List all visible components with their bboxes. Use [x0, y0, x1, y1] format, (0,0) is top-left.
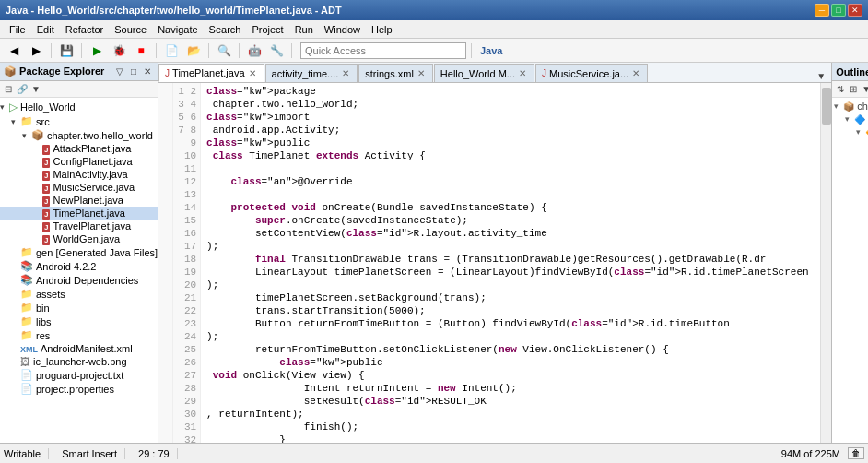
outline-content[interactable]: ▾📦chapter.two.hello_world▾🔷TimePlanet▾🔶o…: [832, 98, 868, 443]
tab-close-icon[interactable]: ✕: [519, 68, 526, 78]
minimize-button[interactable]: ─: [815, 4, 829, 17]
pe-link-btn[interactable]: 🔗: [16, 83, 29, 96]
toolbar-run-btn[interactable]: ▶: [87, 42, 107, 60]
toolbar-debug-btn[interactable]: 🐞: [109, 42, 129, 60]
outline-panel: Outline ▽ □ ✕ ⇅ ⊞ ▼ ▾📦chapter.two.hello_…: [831, 63, 868, 443]
toolbar-new-btn[interactable]: 📄: [161, 42, 182, 60]
status-writable: Writable: [4, 448, 49, 459]
pe-tree-item[interactable]: 🖼ic_launcher-web.png: [0, 355, 158, 368]
menu-source[interactable]: Source: [109, 23, 152, 36]
pe-tree-item[interactable]: XMLAndroidManifest.xml: [0, 342, 158, 355]
pe-tree-item[interactable]: 📁bin: [0, 301, 158, 315]
pe-tree-item[interactable]: JMainActivity.java: [0, 168, 158, 181]
menu-help[interactable]: Help: [366, 23, 398, 36]
status-gc-btn[interactable]: 🗑: [848, 447, 864, 459]
editor-tab[interactable]: JTimePlanet.java✕: [158, 64, 264, 82]
menu-file[interactable]: File: [4, 23, 31, 36]
pe-tree-item[interactable]: JWorldGen.java: [0, 232, 158, 245]
status-right: 94M of 225M 🗑: [781, 447, 864, 459]
tab-close-icon[interactable]: ✕: [632, 68, 639, 78]
toolbar-sep-6: [291, 43, 292, 58]
editor-tabs-menu-btn[interactable]: ▼: [815, 69, 827, 82]
toolbar-back-btn[interactable]: ◀: [4, 42, 24, 60]
toolbar-sep-1: [51, 43, 52, 58]
pe-tree-item[interactable]: 📁libs: [0, 315, 158, 328]
menu-navigate[interactable]: Navigate: [152, 23, 203, 36]
menu-edit[interactable]: Edit: [31, 23, 60, 36]
scrollbar-thumb[interactable]: [822, 88, 831, 125]
toolbar-search-btn[interactable]: 🔍: [214, 42, 234, 60]
pe-tree-item[interactable]: 📁res: [0, 328, 158, 342]
pe-minimize-btn[interactable]: ▽: [113, 65, 126, 78]
toolbar-sep-3: [156, 43, 157, 58]
code-editor[interactable]: class="kw">package chapter.two.hello_wor…: [201, 83, 820, 443]
status-position: 29 : 79: [138, 448, 178, 459]
code-gutter: [158, 83, 173, 443]
editor-tab[interactable]: activity_time....✕: [265, 64, 358, 82]
editor-tab[interactable]: Hello_World M...✕: [434, 64, 534, 82]
tab-label: activity_time....: [272, 68, 339, 79]
pe-tree-item[interactable]: 📄project.properties: [0, 382, 158, 396]
editor-scrollbar[interactable]: [820, 83, 831, 443]
outline-menu-btn[interactable]: ▼: [860, 83, 868, 96]
outline-item[interactable]: 🔶onClick(View) : void: [832, 151, 868, 164]
outline-filter-btn[interactable]: ⊞: [847, 83, 860, 96]
menu-project[interactable]: Project: [246, 23, 288, 36]
outline-item[interactable]: ◇new OnClickListener() {...}: [832, 190, 868, 203]
tab-label: MusicService.ja...: [549, 68, 628, 79]
toolbar-open-btn[interactable]: 📂: [183, 42, 204, 60]
outline-item[interactable]: 🔶onClick(View) : void: [832, 203, 868, 216]
pe-tree-item[interactable]: ▾📦chapter.two.hello_world: [0, 128, 158, 142]
tab-label: strings.xml: [365, 68, 414, 79]
outline-item[interactable]: ▾🔶onCreate(Bundle) : void: [832, 125, 868, 138]
editor-tab[interactable]: JMusicService.ja...✕: [535, 64, 648, 82]
status-memory: 94M of 225M: [781, 448, 840, 459]
pe-tree-item[interactable]: JConfigPlanet.java: [0, 155, 158, 168]
outline-header: Outline ▽ □ ✕: [832, 63, 868, 81]
pe-collapse-btn[interactable]: ⊟: [2, 83, 15, 96]
toolbar-fwd-btn[interactable]: ▶: [26, 42, 46, 60]
menu-run[interactable]: Run: [289, 23, 319, 36]
pe-tree-item[interactable]: ▾▷Hello_World: [0, 100, 158, 114]
pe-tree-item[interactable]: JTimePlanet.java: [0, 207, 158, 220]
toolbar-sep-7: [471, 43, 472, 58]
pe-tree-item[interactable]: 📄proguard-project.txt: [0, 368, 158, 382]
pe-tree-item[interactable]: ▾📁src: [0, 114, 158, 128]
tab-label: TimePlanet.java: [172, 67, 244, 78]
tab-close-icon[interactable]: ✕: [249, 68, 256, 78]
pe-maximize-btn[interactable]: □: [127, 65, 140, 78]
pe-tree-item[interactable]: JAttackPlanet.java: [0, 142, 158, 155]
toolbar-stop-btn[interactable]: ■: [131, 42, 151, 60]
pe-tree-item[interactable]: 📁assets: [0, 287, 158, 301]
pe-tree-item[interactable]: JMusicService.java: [0, 181, 158, 194]
pe-tree-item[interactable]: 📁gen [Generated Java Files]: [0, 245, 158, 259]
pe-content[interactable]: ▾▷Hello_World▾📁src▾📦chapter.two.hello_wo…: [0, 98, 158, 443]
menu-search[interactable]: Search: [204, 23, 247, 36]
outline-item[interactable]: ◇new OnClickListener() {...}: [832, 164, 868, 177]
pe-header-controls: ▽ □ ✕: [113, 65, 154, 78]
maximize-button[interactable]: □: [831, 4, 846, 17]
outline-item[interactable]: ▾📦chapter.two.hello_world: [832, 100, 868, 113]
toolbar-sdk-btn[interactable]: 🔧: [266, 42, 287, 60]
outline-item[interactable]: ◇new OnClickListener() {...}: [832, 138, 868, 151]
quick-access-input[interactable]: [300, 42, 466, 59]
pe-tree-item[interactable]: JNewPlanet.java: [0, 194, 158, 207]
package-explorer-header: 📦 Package Explorer ▽ □ ✕: [0, 63, 158, 81]
tab-close-icon[interactable]: ✕: [342, 68, 349, 78]
menu-window[interactable]: Window: [319, 23, 366, 36]
close-button[interactable]: ✕: [848, 4, 862, 17]
tab-close-icon[interactable]: ✕: [417, 68, 425, 78]
pe-tree-item[interactable]: JTravelPlanet.java: [0, 220, 158, 232]
pe-tree-item[interactable]: 📚Android Dependencies: [0, 273, 158, 287]
pe-close-btn[interactable]: ✕: [141, 65, 154, 78]
outline-sort-btn[interactable]: ⇅: [834, 83, 847, 96]
pe-menu-btn[interactable]: ▼: [29, 83, 42, 96]
perspective-java[interactable]: Java: [480, 45, 502, 56]
outline-item[interactable]: ▾🔷TimePlanet: [832, 113, 868, 125]
toolbar-android-btn[interactable]: 🤖: [244, 42, 264, 60]
menu-refactor[interactable]: Refactor: [60, 23, 110, 36]
editor-tab[interactable]: strings.xml✕: [358, 64, 433, 82]
outline-item[interactable]: 🔶onClick(View) : void: [832, 177, 868, 190]
toolbar-save-btn[interactable]: 💾: [56, 42, 76, 60]
pe-tree-item[interactable]: 📚Android 4.2.2: [0, 259, 158, 273]
